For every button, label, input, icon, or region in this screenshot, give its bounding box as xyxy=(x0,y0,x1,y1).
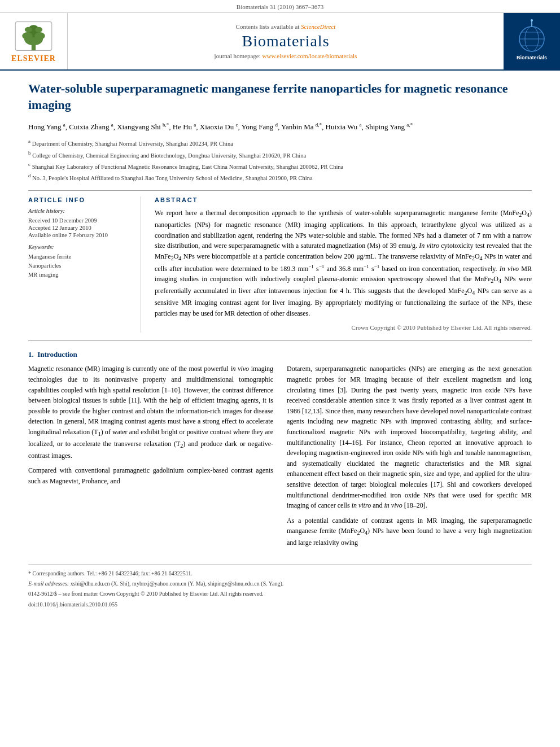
issn-line: 0142-9612/$ – see front matter Crown Cop… xyxy=(28,589,532,598)
top-bar: Biomaterials 31 (2010) 3667–3673 xyxy=(0,0,560,13)
intro-heading: 1. Introduction xyxy=(28,350,532,359)
article-title: Water-soluble superparamagnetic manganes… xyxy=(28,81,532,113)
journal-badge: Biomaterials xyxy=(509,18,554,65)
article-info-label: ARTICLE INFO xyxy=(28,196,133,203)
sciencedirect-link[interactable]: ScienceDirect xyxy=(301,23,335,30)
homepage-url[interactable]: www.elsevier.com/locate/biomaterials xyxy=(262,53,357,59)
elsevier-logo: ELSEVIER xyxy=(11,19,56,63)
bottom-divider xyxy=(28,340,532,341)
citation-text: Biomaterials 31 (2010) 3667–3673 xyxy=(237,3,323,10)
journal-center: Contents lists available at ScienceDirec… xyxy=(68,13,504,69)
intro-para-3: Dotarem, superparamagnetic nanoparticles… xyxy=(287,364,532,510)
svg-point-7 xyxy=(35,27,42,32)
keyword-2: Nanoparticles xyxy=(28,261,133,270)
keyword-1: Manganese ferrite xyxy=(28,252,133,261)
intro-para-2: Compared with conventional paramagnetic … xyxy=(28,465,273,486)
doi-line: doi:10.1016/j.biomaterials.2010.01.055 xyxy=(28,600,532,609)
accepted-date: Accepted 12 January 2010 xyxy=(28,225,133,231)
svg-point-6 xyxy=(25,27,32,32)
section-title: Introduction xyxy=(37,350,77,359)
contents-label: Contents lists available at xyxy=(236,23,300,30)
main-content: Water-soluble superparamagnetic manganes… xyxy=(0,71,560,620)
intro-right-col: Dotarem, superparamagnetic nanoparticles… xyxy=(287,364,532,552)
authors-line: Hong Yang a, Cuixia Zhang a, Xiangyang S… xyxy=(28,121,532,133)
received-date: Received 10 December 2009 xyxy=(28,217,133,224)
svg-point-17 xyxy=(531,19,533,21)
biomaterials-badge-icon: Biomaterials xyxy=(509,18,554,63)
email-line: E-mail addresses: xshi@dhu.edu.cn (X. Sh… xyxy=(28,579,532,588)
intro-para-4: As a potential candidate of contrast age… xyxy=(287,516,532,548)
svg-text:Biomaterials: Biomaterials xyxy=(517,55,547,60)
journal-header: ELSEVIER Contents lists available at Sci… xyxy=(0,13,560,71)
introduction-section: 1. Introduction Magnetic resonance (MR) … xyxy=(28,350,532,552)
copyright-line: Crown Copyright © 2010 Published by Else… xyxy=(155,323,532,333)
keywords-label: Keywords: xyxy=(28,244,133,250)
abstract-text: We report here a thermal decomposition a… xyxy=(155,208,532,333)
intro-body-cols: Magnetic resonance (MR) imaging is curre… xyxy=(28,364,532,552)
info-abstract-section: ARTICLE INFO Article history: Received 1… xyxy=(28,196,532,333)
journal-title: Biomaterials xyxy=(242,32,329,50)
sciencedirect-line: Contents lists available at ScienceDirec… xyxy=(236,23,336,30)
history-label: Article history: xyxy=(28,208,133,214)
elsevier-wordmark: ELSEVIER xyxy=(11,54,56,63)
intro-left-col: Magnetic resonance (MR) imaging is curre… xyxy=(28,364,273,552)
svg-point-3 xyxy=(22,32,32,40)
journal-badge-area: Biomaterials xyxy=(504,13,560,69)
abstract-col: ABSTRACT We report here a thermal decomp… xyxy=(155,196,532,333)
top-divider xyxy=(28,190,532,191)
affil-a: a Department of Chemistry, Shanghai Norm… xyxy=(28,138,532,148)
corresponding-note: * Corresponding authors. Tel.: +86 21 64… xyxy=(28,569,532,578)
keywords-list: Manganese ferrite Nanoparticles MR imagi… xyxy=(28,252,133,279)
abstract-label: ABSTRACT xyxy=(155,196,532,203)
intro-para-1: Magnetic resonance (MR) imaging is curre… xyxy=(28,364,273,461)
keyword-3: MR imaging xyxy=(28,270,133,279)
homepage-label: journal homepage: xyxy=(215,53,261,59)
article-info-col: ARTICLE INFO Article history: Received 1… xyxy=(28,196,141,333)
affil-d: d No. 3, People's Hospital Affiliated to… xyxy=(28,172,532,182)
email-label: E-mail addresses: xyxy=(28,580,69,587)
elsevier-tree-icon xyxy=(12,19,55,53)
journal-homepage-line: journal homepage: www.elsevier.com/locat… xyxy=(215,53,357,59)
elsevier-logo-area: ELSEVIER xyxy=(0,13,68,69)
svg-point-4 xyxy=(34,32,45,40)
footer-section: * Corresponding authors. Tel.: +86 21 64… xyxy=(28,564,532,609)
affiliations: a Department of Chemistry, Shanghai Norm… xyxy=(28,138,532,182)
email-addresses: xshi@dhu.edu.cn (X. Shi), mybnxj@yahoo.c… xyxy=(71,580,284,587)
available-date: Available online 7 February 2010 xyxy=(28,232,133,238)
abstract-paragraph: We report here a thermal decomposition a… xyxy=(155,208,532,318)
affil-c: c Shanghai Key Laboratory of Functional … xyxy=(28,161,532,171)
affil-b: b College of Chemistry, Chemical Enginee… xyxy=(28,150,532,160)
section-number: 1. xyxy=(28,350,34,359)
